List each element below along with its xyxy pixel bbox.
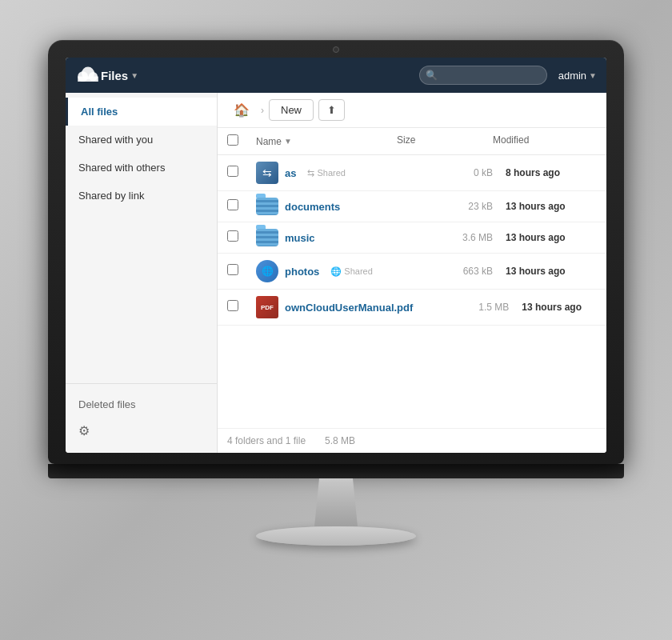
striped-folder-icon-music [256,229,278,246]
table-row: PDF ownCloudUserManual.pdf 1.5 MB 13 hou… [218,290,606,326]
row-checkbox-pdf[interactable] [227,300,238,311]
file-name-photos[interactable]: photos [285,266,319,278]
sidebar-shared-with-others-label: Shared with others [78,162,165,174]
file-name-cell-documents: documents [256,198,397,215]
table-row: documents 23 kB 13 hours ago [218,191,606,222]
row-check-documents [227,199,256,214]
shared-badge-photos: 🌐 Shared [330,266,372,277]
file-modified-pdf: 13 hours ago [509,302,606,313]
table-header: Name ▼ Size Modified [218,128,606,155]
row-checkbox-documents[interactable] [227,199,238,210]
table-row: music 3.6 MB 13 hours ago [218,222,606,254]
sidebar-shared-with-you-label: Shared with you [78,134,153,146]
app-name-label: Files [101,69,128,82]
globe-folder-icon-photos: 🌐 [256,260,278,282]
logo-icon [75,62,101,88]
file-name-cell-music: music [256,229,397,246]
file-name-music[interactable]: music [285,232,315,244]
sidebar-all-files-label: All files [81,106,118,118]
shared-badge-as: ⇆ Shared [307,168,345,178]
size-header: Size [397,134,493,148]
file-name-pdf[interactable]: ownCloudUserManual.pdf [285,302,413,314]
file-size-photos: 663 kB [397,266,493,277]
file-table: ⇆ as ⇆ Shared 0 kB [218,155,606,428]
settings-icon: ⚙ [78,424,90,438]
admin-menu[interactable]: admin ▼ [558,70,597,82]
upload-button[interactable]: ⬆ [318,99,345,121]
shared-icon-photos: 🌐 [330,266,342,277]
sidebar: All files Shared with you Shared with ot… [66,93,218,453]
admin-caret: ▼ [589,71,597,80]
table-row: 🌐 photos 🌐 Shared 663 kB [218,254,606,290]
sidebar-item-all-files[interactable]: All files [66,98,217,126]
svg-rect-3 [78,77,98,82]
striped-folder-icon-documents [256,198,278,215]
screen: Files ▼ 🔍 admin ▼ [66,58,606,453]
sidebar-item-deleted-files[interactable]: Deleted files [78,392,204,417]
breadcrumb-separator: › [261,105,264,116]
size-column-label: Size [397,134,415,146]
shared-icon-as: ⇆ [307,168,314,178]
table-row: ⇆ as ⇆ Shared 0 kB [218,155,606,191]
new-button[interactable]: New [269,99,314,121]
select-all-checkbox[interactable] [227,134,238,146]
search-input[interactable] [419,66,547,85]
name-column-label: Name [256,136,282,147]
monitor: Files ▼ 🔍 admin ▼ [48,40,624,600]
file-size-music: 3.6 MB [397,232,493,243]
table-footer: 4 folders and 1 file 5.8 MB [218,428,606,453]
sidebar-item-shared-by-link[interactable]: Shared by link [66,182,217,210]
home-button[interactable]: 🏠 [227,99,256,121]
share-symbol: ⇆ [262,166,272,179]
sidebar-shared-by-link-label: Shared by link [78,190,144,202]
topbar: Files ▼ 🔍 admin ▼ [66,58,606,93]
file-modified-photos: 13 hours ago [493,266,597,277]
file-modified-documents: 13 hours ago [493,201,597,212]
main-area: All files Shared with you Shared with ot… [66,93,606,453]
sidebar-settings-button[interactable]: ⚙ [78,417,204,445]
modified-header: Modified [493,134,597,148]
monitor-stand-base [256,526,416,546]
file-size-pdf: 1.5 MB [413,302,509,313]
toolbar: 🏠 › New ⬆ [218,93,606,128]
globe-symbol: 🌐 [262,266,274,277]
row-check-music [227,230,256,245]
row-check-pdf [227,300,256,314]
monitor-chin [48,464,624,478]
file-modified-music: 13 hours ago [493,232,597,243]
sidebar-nav: All files Shared with you Shared with ot… [66,93,217,383]
file-modified-as: 8 hours ago [493,167,597,178]
row-check-as [227,166,256,180]
folder-file-summary: 4 folders and 1 file [227,435,306,446]
search-wrap: 🔍 [419,66,547,85]
file-name-cell-as: ⇆ as ⇆ Shared [256,162,397,184]
sidebar-item-shared-with-others[interactable]: Shared with others [66,154,217,182]
file-name-cell-pdf: PDF ownCloudUserManual.pdf [256,296,413,318]
sidebar-bottom: Deleted files ⚙ [66,383,217,453]
monitor-bezel: Files ▼ 🔍 admin ▼ [48,40,624,464]
row-checkbox-music[interactable] [227,230,238,242]
name-header[interactable]: Name ▼ [256,134,397,148]
upload-icon: ⬆ [327,104,336,116]
row-check-photos [227,264,256,278]
file-name-documents[interactable]: documents [285,201,340,213]
row-checkbox-as[interactable] [227,166,238,177]
file-name-cell-photos: 🌐 photos 🌐 Shared [256,260,397,282]
share-folder-icon-as: ⇆ [256,162,278,184]
admin-label: admin [558,70,586,82]
monitor-stand-neck [312,478,360,526]
pdf-icon: PDF [256,296,278,318]
sidebar-item-shared-with-you[interactable]: Shared with you [66,126,217,154]
file-name-as[interactable]: as [285,167,296,179]
row-checkbox-photos[interactable] [227,264,238,275]
shared-label-photos: Shared [344,266,372,276]
app-dropdown-caret: ▼ [130,71,138,80]
shared-label-as: Shared [317,168,345,178]
modified-column-label: Modified [493,134,529,146]
name-sort-arrow: ▼ [284,137,292,146]
sidebar-deleted-label: Deleted files [78,398,136,410]
app-title[interactable]: Files ▼ [101,69,138,82]
select-all-header [227,134,256,148]
file-size-documents: 23 kB [397,201,493,212]
file-size-as: 0 kB [397,167,493,178]
